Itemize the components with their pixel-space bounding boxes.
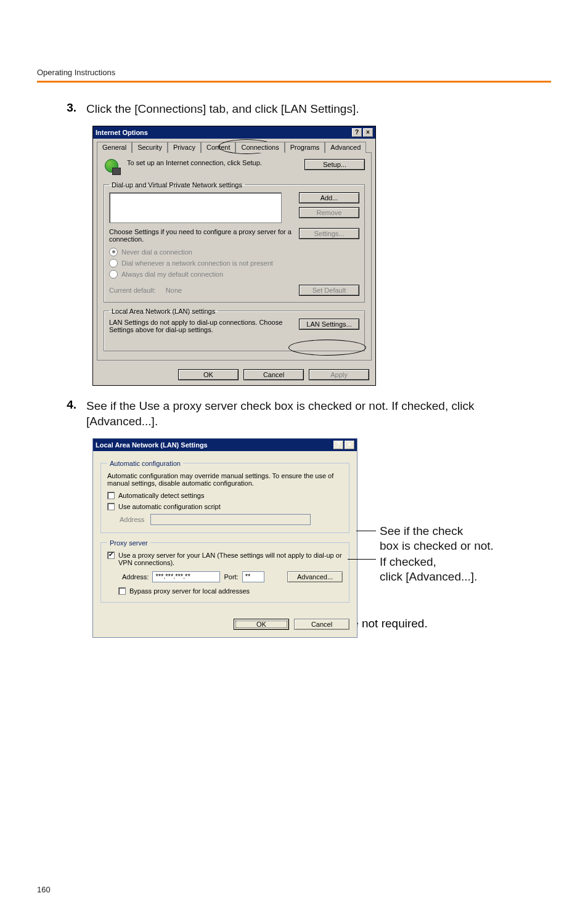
- proxy-port-input[interactable]: **: [242, 571, 264, 582]
- tab-general[interactable]: General: [97, 142, 132, 153]
- radio-always-label: Always dial my default connection: [121, 271, 223, 278]
- setup-hint: To set up an Internet connection, click …: [127, 159, 298, 166]
- dialog1-title: Internet Options: [96, 129, 148, 136]
- step-4-number: 4.: [62, 398, 76, 430]
- tab-advanced[interactable]: Advanced: [325, 142, 366, 153]
- settings-button[interactable]: Settings...: [299, 228, 359, 239]
- dialog2-title: Local Area Network (LAN) Settings: [96, 441, 208, 449]
- cb-useproxy-row[interactable]: Use a proxy server for your LAN (These s…: [107, 552, 343, 566]
- annotation-line4: click [Advanced...].: [380, 569, 477, 585]
- cb-useproxy-label: Use a proxy server for your LAN (These s…: [118, 552, 343, 566]
- add-button[interactable]: Add...: [299, 192, 359, 203]
- choose-settings-text: Choose Settings if you need to configure…: [109, 228, 293, 243]
- close-icon[interactable]: ×: [363, 128, 373, 137]
- proxy-port-label: Port:: [224, 573, 238, 581]
- current-default-value: None: [166, 287, 182, 294]
- leader-line: [356, 531, 376, 531]
- tab-connections[interactable]: Connections: [235, 142, 284, 153]
- dialup-vpn-group: Dial-up and Virtual Private Network sett…: [104, 181, 365, 303]
- connections-panel: To set up an Internet connection, click …: [97, 152, 372, 361]
- annotation-line3: If checked,: [380, 554, 436, 570]
- radio-icon: [109, 248, 118, 256]
- dialog1-titlebar[interactable]: Internet Options ? ×: [93, 126, 375, 139]
- cancel-button[interactable]: Cancel: [294, 619, 349, 630]
- dialup-listbox[interactable]: [109, 192, 282, 223]
- globe-icon: [104, 159, 122, 176]
- radio-whenever-row[interactable]: Dial whenever a network connection is no…: [109, 259, 359, 267]
- page-number: 160: [37, 885, 51, 894]
- help-icon[interactable]: ?: [333, 441, 343, 449]
- set-default-button[interactable]: Set Default: [299, 285, 359, 296]
- advanced-button[interactable]: Advanced...: [287, 571, 343, 582]
- tab-content[interactable]: Content: [201, 142, 236, 153]
- cb-bypass-label: Bypass proxy server for local addresses: [129, 587, 250, 595]
- auto-config-text: Automatic configuration may override man…: [107, 472, 343, 487]
- tab-security[interactable]: Security: [132, 142, 168, 153]
- proxy-server-group: Proxy server Use a proxy server for your…: [100, 539, 349, 603]
- dialup-vpn-legend: Dial-up and Virtual Private Network sett…: [109, 181, 245, 189]
- auto-config-legend: Automatic configuration: [107, 460, 183, 467]
- cb-bypass-row[interactable]: Bypass proxy server for local addresses: [107, 587, 343, 595]
- radio-always-row[interactable]: Always dial my default connection: [109, 270, 359, 279]
- annotation-line2: box is checked or not.: [380, 538, 494, 554]
- dialog2-titlebar[interactable]: Local Area Network (LAN) Settings ? ×: [93, 439, 357, 451]
- auto-config-group: Automatic configuration Automatic config…: [100, 460, 349, 533]
- step-4: 4. See if the Use a proxy server check b…: [62, 398, 539, 430]
- checkbox-icon: [107, 492, 115, 499]
- lan-settings-dialog: Local Area Network (LAN) Settings ? × Au…: [92, 438, 357, 638]
- tab-programs[interactable]: Programs: [285, 142, 325, 153]
- cb-detect-row[interactable]: Automatically detect settings: [107, 492, 343, 499]
- internet-options-dialog: Internet Options ? × General Security Pr…: [92, 126, 376, 386]
- help-icon[interactable]: ?: [352, 128, 362, 137]
- lan-group: Local Area Network (LAN) settings LAN Se…: [104, 308, 365, 351]
- step-3-text: Click the [Connections] tab, and click […: [86, 101, 359, 117]
- tabs-row: General Security Privacy Content Connect…: [93, 139, 375, 152]
- radio-icon: [109, 270, 118, 279]
- script-address-input: [150, 514, 311, 525]
- cancel-button[interactable]: Cancel: [243, 369, 304, 380]
- close-icon[interactable]: ×: [345, 441, 354, 449]
- checkbox-icon: [107, 552, 115, 559]
- page-header: Operating Instructions: [37, 68, 551, 79]
- ok-button[interactable]: OK: [178, 369, 239, 380]
- setup-button[interactable]: Setup...: [304, 159, 365, 170]
- proxy-address-label: Address:: [122, 573, 149, 581]
- remove-button[interactable]: Remove: [299, 207, 359, 218]
- cb-script-row[interactable]: Use automatic configuration script: [107, 503, 343, 510]
- annotation-line1: See if the check: [380, 523, 463, 539]
- cb-script-label: Use automatic configuration script: [118, 503, 221, 510]
- radio-never-row[interactable]: Never dial a connection: [109, 248, 359, 256]
- step-3: 3. Click the [Connections] tab, and clic…: [62, 101, 539, 117]
- tab-privacy[interactable]: Privacy: [168, 142, 201, 153]
- lan-text: LAN Settings do not apply to dial-up con…: [109, 319, 293, 333]
- checkbox-icon: [107, 503, 115, 510]
- ok-button[interactable]: OK: [234, 619, 289, 630]
- apply-button[interactable]: Apply: [309, 369, 369, 380]
- address-disabled-label: Address: [120, 516, 150, 523]
- step-3-number: 3.: [62, 101, 76, 117]
- radio-never-label: Never dial a connection: [121, 248, 192, 256]
- leader-line: [348, 559, 376, 560]
- proxy-address-input[interactable]: ***.***.***.**: [152, 571, 220, 582]
- header-rule: [37, 81, 551, 83]
- radio-icon: [109, 259, 118, 267]
- step-4-text: See if the Use a proxy server check box …: [86, 398, 539, 430]
- proxy-server-legend: Proxy server: [107, 539, 150, 547]
- lan-settings-button[interactable]: LAN Settings...: [299, 319, 359, 330]
- current-default-label: Current default:: [109, 287, 156, 294]
- checkbox-icon: [118, 587, 126, 595]
- cb-detect-label: Automatically detect settings: [118, 492, 204, 499]
- lan-group-legend: Local Area Network (LAN) settings: [109, 308, 218, 315]
- radio-whenever-label: Dial whenever a network connection is no…: [121, 259, 273, 267]
